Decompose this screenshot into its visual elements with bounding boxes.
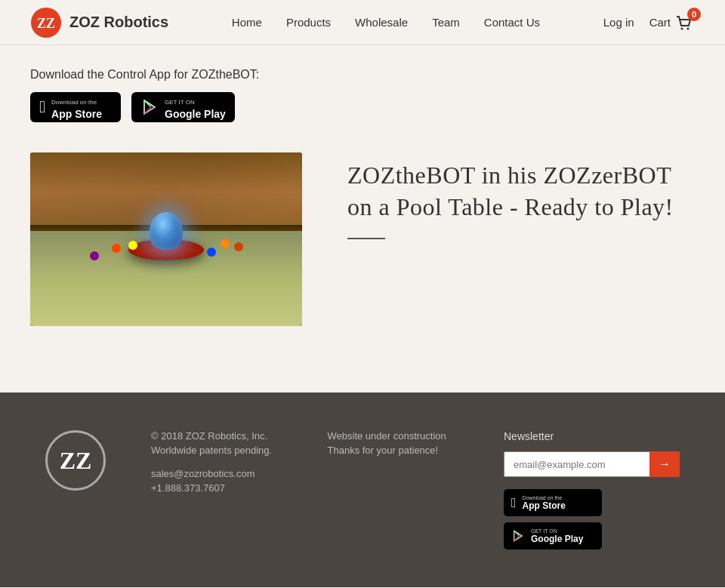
footer-status: Website under construction Thanks for yo… <box>328 430 459 456</box>
cart-label: Cart <box>649 16 671 29</box>
google-play-icon <box>140 98 159 116</box>
newsletter-title: Newsletter <box>504 430 680 442</box>
newsletter-form: → <box>504 451 680 477</box>
product-title: ZOZtheBOT in his ZOZzerBOT on a Pool Tab… <box>347 160 695 223</box>
main-nav: Home Products Wholesale Team Contact Us <box>232 16 540 29</box>
product-divider <box>347 238 385 239</box>
footer-google-play-icon <box>511 529 525 543</box>
nav-home[interactable]: Home <box>232 16 262 29</box>
footer-app-store-text: Download on the App Store <box>523 495 566 511</box>
header: ZZ ZOZ Robotics Home Products Wholesale … <box>0 0 725 45</box>
svg-point-2 <box>680 27 683 29</box>
app-badges:  Download on the App Store GET IT ON Go… <box>30 92 695 122</box>
nav-wholesale[interactable]: Wholesale <box>355 16 408 29</box>
svg-point-3 <box>686 27 689 29</box>
google-play-text: GET IT ON Google Play <box>165 94 226 121</box>
cart-badge: 0 <box>687 8 701 21</box>
footer-app-store-badge[interactable]:  Download on the App Store <box>504 489 602 516</box>
download-title: Download the Control App for ZOZtheBOT: <box>30 68 695 82</box>
apple-icon:  <box>39 97 45 117</box>
footer-patents: Worldwide patents pending. <box>151 445 282 456</box>
logo-text: ZOZ Robotics <box>69 14 168 31</box>
header-right: Log in Cart 0 <box>603 12 695 33</box>
footer-status-line1: Website under construction <box>328 430 459 442</box>
main-content: Download the Control App for ZOZtheBOT: … <box>0 45 725 393</box>
footer-newsletter: Newsletter →  Download on the App Store <box>504 430 680 550</box>
footer: ZZ © 2018 ZOZ Robotics, Inc. Worldwide p… <box>0 393 725 587</box>
footer-google-play-text: GET IT ON Google Play <box>531 528 583 544</box>
app-store-badge[interactable]:  Download on the App Store <box>30 92 121 122</box>
logo-icon: ZZ <box>30 7 62 38</box>
product-description: ZOZtheBOT in his ZOZzerBOT on a Pool Tab… <box>347 152 695 239</box>
newsletter-submit-button[interactable]: → <box>649 451 680 477</box>
footer-info: © 2018 ZOZ Robotics, Inc. Worldwide pate… <box>151 430 282 494</box>
logo-link[interactable]: ZZ ZOZ Robotics <box>30 7 168 38</box>
nav-contact[interactable]: Contact Us <box>484 16 540 29</box>
footer-google-play-badge[interactable]: GET IT ON Google Play <box>504 522 602 550</box>
app-store-text: Download on the App Store <box>51 94 102 121</box>
footer-apple-icon:  <box>511 495 517 511</box>
login-link[interactable]: Log in <box>603 16 634 29</box>
nav-team[interactable]: Team <box>432 16 460 29</box>
footer-logo: ZZ <box>45 430 106 491</box>
product-section: ZOZtheBOT in his ZOZzerBOT on a Pool Tab… <box>30 152 695 326</box>
footer-status-line2: Thanks for your patience! <box>328 445 459 456</box>
product-image <box>30 152 302 326</box>
newsletter-email-input[interactable] <box>504 451 649 477</box>
footer-email: sales@zozrobotics.com <box>151 468 282 479</box>
footer-phone: +1.888.373.7607 <box>151 482 282 494</box>
download-section: Download the Control App for ZOZtheBOT: … <box>30 68 695 122</box>
google-play-badge[interactable]: GET IT ON Google Play <box>131 92 235 122</box>
footer-copyright: © 2018 ZOZ Robotics, Inc. <box>151 430 282 442</box>
footer-badges:  Download on the App Store GET IT ON Go… <box>504 489 680 550</box>
nav-products[interactable]: Products <box>286 16 331 29</box>
cart-button[interactable]: Cart 0 <box>649 12 695 33</box>
svg-text:ZZ: ZZ <box>37 16 55 31</box>
footer-logo-text: ZZ <box>60 447 92 475</box>
